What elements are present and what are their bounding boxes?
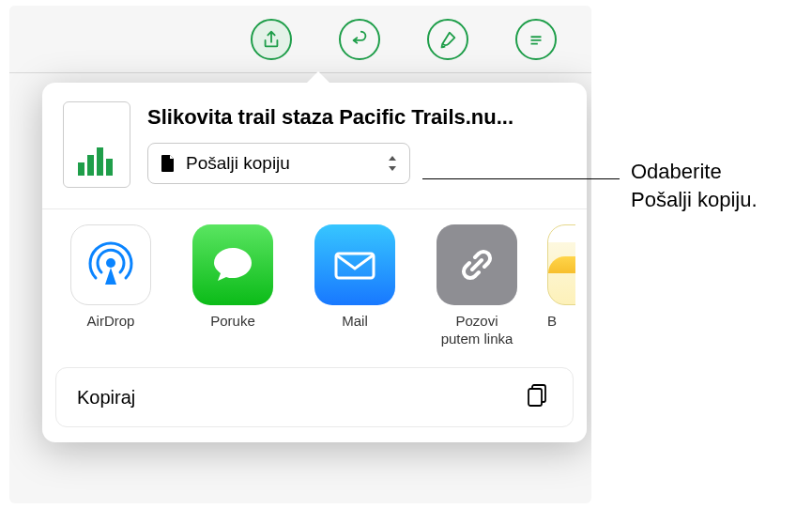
share-target-label: AirDrop [87, 313, 135, 348]
document-icon [160, 154, 176, 173]
copy-action-label: Kopiraj [77, 387, 135, 409]
paintbrush-icon [437, 29, 458, 50]
share-targets-row: AirDrop Poruke Mail Pozovi putem linka [42, 209, 587, 358]
share-target-label: B [547, 313, 557, 348]
mail-icon [314, 224, 395, 305]
share-target-messages[interactable]: Poruke [181, 224, 284, 348]
actions-list: Kopiraj [55, 367, 574, 427]
chevron-updown-icon [387, 155, 398, 172]
popover-header: Slikovita trail staza Pacific Trails.nu.… [42, 83, 587, 209]
document-title: Slikovita trail staza Pacific Trails.nu.… [147, 105, 566, 130]
callout-line2: Pošalji kopiju. [631, 188, 758, 211]
svg-rect-6 [106, 159, 113, 176]
copy-action[interactable]: Kopiraj [55, 367, 574, 427]
share-target-notes[interactable]: B [547, 224, 575, 348]
toolbar [9, 6, 591, 73]
share-target-invite-link[interactable]: Pozovi putem linka [425, 224, 529, 348]
copy-icon [524, 381, 552, 413]
svg-rect-10 [529, 389, 542, 406]
format-button[interactable] [427, 19, 468, 60]
callout-leader-line [422, 178, 620, 179]
more-icon [526, 29, 546, 50]
share-target-mail[interactable]: Mail [303, 224, 406, 348]
more-button[interactable] [515, 19, 557, 60]
app-window: Slikovita trail staza Pacific Trails.nu.… [9, 6, 591, 503]
send-mode-select[interactable]: Pošalji kopiju [147, 143, 410, 184]
svg-point-7 [106, 258, 115, 268]
callout-line1: Odaberite [631, 160, 722, 183]
link-icon [437, 224, 517, 305]
share-target-label: Poruke [210, 313, 255, 348]
share-popover: Slikovita trail staza Pacific Trails.nu.… [42, 83, 587, 442]
messages-icon [192, 224, 273, 305]
document-meta: Slikovita trail staza Pacific Trails.nu.… [147, 105, 566, 184]
share-target-label: Mail [342, 313, 368, 348]
undo-button[interactable] [339, 19, 380, 60]
send-mode-label: Pošalji kopiju [186, 153, 290, 174]
share-target-airdrop[interactable]: AirDrop [59, 224, 162, 348]
share-icon [261, 29, 282, 50]
undo-icon [349, 29, 370, 50]
callout-text: Odaberite Pošalji kopiju. [631, 158, 758, 213]
share-button[interactable] [251, 19, 292, 60]
chart-icon [75, 142, 118, 177]
svg-rect-4 [87, 155, 94, 176]
svg-rect-3 [78, 162, 84, 176]
document-thumbnail [63, 101, 130, 188]
airdrop-icon [70, 224, 151, 305]
notes-icon [547, 224, 575, 305]
share-target-label: Pozovi putem linka [441, 313, 513, 348]
svg-rect-5 [97, 147, 103, 176]
